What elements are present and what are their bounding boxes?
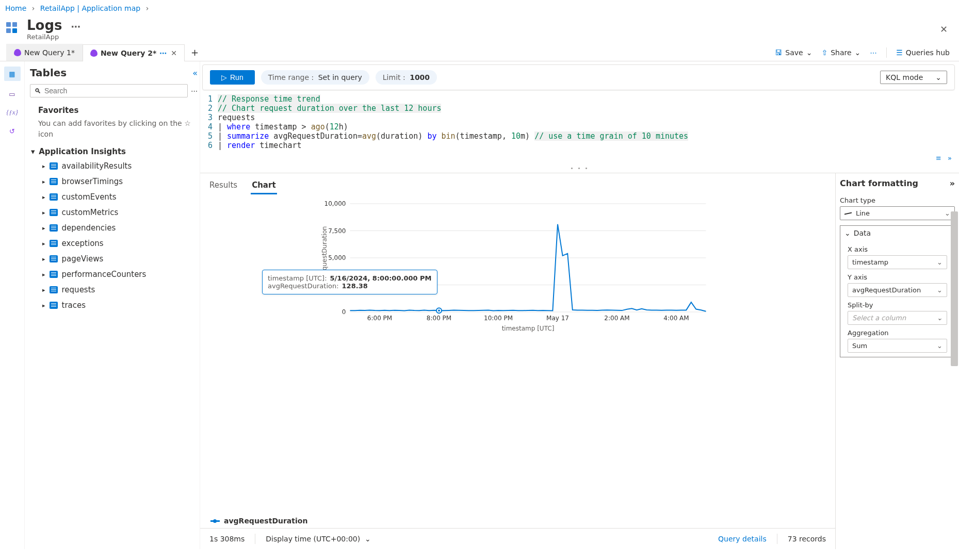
favorites-hint: You can add favorites by clicking on the… (30, 117, 198, 145)
tree-item-label: exceptions (62, 239, 104, 248)
elapsed-time: 1s 308ms (209, 535, 245, 543)
svg-text:6:00 PM: 6:00 PM (367, 315, 392, 322)
query-tab[interactable]: New Query 2* ⋯ ✕ (83, 44, 185, 61)
queries-hub-button[interactable]: ☰ Queries hub (896, 48, 950, 57)
toolbar-more-button[interactable]: ⋯ (870, 48, 877, 57)
lightbulb-icon (90, 50, 97, 57)
aggregation-label: Aggregation (848, 325, 947, 339)
tree-item[interactable]: ▸performanceCounters (30, 267, 198, 282)
xaxis-select[interactable]: timestamp⌄ (848, 255, 947, 269)
tree-item[interactable]: ▸requests (30, 282, 198, 298)
query-editor[interactable]: 1// Response time trend2// Chart request… (200, 90, 959, 152)
expand-icon[interactable]: » (948, 154, 952, 162)
search-more-icon[interactable]: ⋯ (191, 87, 198, 95)
search-input[interactable] (44, 87, 183, 95)
sidebar-title: Tables (30, 67, 187, 79)
svg-text:7,500: 7,500 (328, 227, 346, 235)
tree-item[interactable]: ▸pageViews (30, 251, 198, 267)
svg-text:May 17: May 17 (546, 315, 569, 322)
tree-item[interactable]: ▸customMetrics (30, 205, 198, 220)
chevron-right-icon: › (32, 4, 35, 12)
svg-text:2:00 AM: 2:00 AM (604, 315, 629, 322)
record-count: 73 records (788, 535, 826, 543)
query-tab[interactable]: New Query 1* (6, 44, 83, 61)
data-section-toggle[interactable]: ⌄ Data (840, 226, 954, 240)
caret-right-icon: ▸ (42, 194, 45, 201)
chevron-right-icon: › (146, 4, 149, 12)
legend-swatch-icon (210, 520, 220, 522)
new-tab-button[interactable]: + (185, 44, 205, 61)
svg-text:8:00 PM: 8:00 PM (427, 315, 451, 322)
collapse-sidebar-icon[interactable]: « (192, 68, 198, 78)
yaxis-label: Y axis (848, 269, 947, 283)
play-icon: ▷ (221, 73, 227, 81)
tree-item-label: performanceCounters (62, 270, 147, 279)
tree-item-label: customMetrics (62, 208, 119, 217)
tab-more-icon[interactable]: ⋯ (159, 49, 167, 57)
share-button[interactable]: ⇧ Share ⌄ (821, 48, 860, 57)
aggregation-select[interactable]: Sum⌄ (848, 339, 947, 353)
expand-pane-icon[interactable]: » (950, 178, 955, 188)
time-range-chip[interactable]: Time range : Set in query (261, 70, 369, 85)
splitby-select[interactable]: Select a column⌄ (848, 311, 947, 325)
resize-handle[interactable]: • • • (200, 164, 959, 173)
tree-item[interactable]: ▸browserTimings (30, 174, 198, 189)
table-icon (50, 240, 58, 247)
format-pane-title: Chart formatting (840, 178, 918, 188)
breadcrumb-home[interactable]: Home (5, 4, 26, 12)
table-icon (50, 209, 58, 216)
caret-right-icon: ▸ (42, 287, 45, 293)
chevron-down-icon: ⌄ (806, 48, 812, 57)
tree-item[interactable]: ▸availabilityResults (30, 158, 198, 174)
run-button[interactable]: ▷ Run (210, 70, 255, 85)
query-details-link[interactable]: Query details (718, 535, 767, 543)
format-icon[interactable]: ≡ (936, 154, 941, 162)
star-icon: ☆ (184, 119, 191, 127)
table-icon (50, 302, 58, 309)
chart-tab[interactable]: Chart (251, 177, 277, 194)
close-button[interactable]: ✕ (935, 22, 953, 37)
limit-chip[interactable]: Limit : 1000 (376, 70, 437, 85)
caret-right-icon: ▸ (42, 178, 45, 185)
svg-text:timestamp [UTC]: timestamp [UTC] (502, 325, 555, 332)
more-options-button[interactable]: ⋯ (71, 21, 80, 32)
splitby-label: Split-by (848, 297, 947, 311)
save-button[interactable]: 🖫 Save ⌄ (775, 48, 812, 57)
display-time-select[interactable]: Display time (UTC+00:00) ⌄ (266, 535, 371, 543)
caret-right-icon: ▸ (42, 271, 45, 278)
tree-item-label: traces (62, 301, 86, 310)
tree-group[interactable]: ▾ Application Insights (30, 145, 198, 158)
tree-item[interactable]: ▸exceptions (30, 236, 198, 251)
scrollbar-thumb[interactable] (951, 211, 958, 366)
svg-text:10,000: 10,000 (324, 200, 346, 207)
caret-right-icon: ▸ (42, 209, 45, 216)
chart-type-select[interactable]: Line ⌄ (840, 206, 955, 220)
table-icon (50, 271, 58, 278)
tree-item[interactable]: ▸dependencies (30, 220, 198, 236)
caret-down-icon: ▾ (31, 147, 36, 156)
breadcrumb-item[interactable]: RetailApp | Application map (40, 4, 140, 12)
chart-type-label: Chart type (840, 192, 955, 206)
favorites-heading: Favorites (30, 103, 198, 117)
yaxis-select[interactable]: avgRequestDuration⌄ (848, 283, 947, 297)
close-tab-icon[interactable]: ✕ (171, 49, 177, 57)
functions-rail-icon[interactable]: {ƒx} (7, 107, 18, 118)
tree-item-label: pageViews (62, 254, 104, 263)
svg-point-19 (438, 309, 440, 311)
tree-item-label: browserTimings (62, 177, 123, 186)
chevron-down-icon: ⌄ (844, 229, 851, 237)
tables-rail-icon[interactable]: ▦ (4, 67, 21, 81)
table-icon (50, 255, 58, 262)
xaxis-label: X axis (848, 241, 947, 255)
table-icon (50, 193, 58, 201)
search-icon: 🔍︎ (35, 87, 41, 95)
mode-select[interactable]: KQL mode ⌄ (880, 71, 947, 84)
history-rail-icon[interactable]: ↺ (7, 125, 18, 137)
breadcrumb: Home › RetailApp | Application map › (0, 0, 959, 17)
tree-item[interactable]: ▸traces (30, 298, 198, 313)
tree-item[interactable]: ▸customEvents (30, 189, 198, 205)
lightbulb-icon (14, 49, 21, 56)
results-tab[interactable]: Results (208, 177, 238, 194)
queries-rail-icon[interactable]: ▭ (7, 88, 18, 100)
chart[interactable]: 02,5005,0007,50010,0006:00 PM8:00 PM10:0… (205, 199, 825, 333)
